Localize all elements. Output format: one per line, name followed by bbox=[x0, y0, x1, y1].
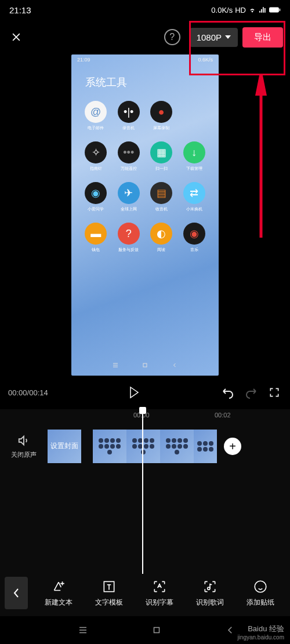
app-icon: ◐ bbox=[150, 223, 172, 245]
export-button[interactable]: 导出 bbox=[242, 27, 283, 48]
fullscreen-icon bbox=[269, 387, 280, 398]
app-label: 小爱同学 bbox=[88, 206, 104, 212]
app-icon: ✧ bbox=[85, 141, 107, 163]
app-item: ◉小爱同学 bbox=[82, 182, 110, 212]
app-item: ⇄小米换机 bbox=[180, 182, 209, 212]
tool-label: 识别歌词 bbox=[196, 598, 224, 607]
app-item: ✧指南针 bbox=[82, 141, 110, 172]
app-icon: ••• bbox=[118, 141, 140, 163]
timeline-section: 00:00 00:02 关闭原声 设置封面 + bbox=[0, 409, 290, 574]
app-label: 服务与反馈 bbox=[118, 247, 139, 253]
app-item: ▬钱包 bbox=[82, 223, 110, 253]
close-button[interactable] bbox=[7, 28, 26, 46]
tool-label: 添加贴纸 bbox=[246, 598, 274, 607]
app-icon: ◉ bbox=[85, 182, 107, 204]
tool-text-template[interactable]: 文字模板 bbox=[95, 579, 123, 607]
tool-label: 新建文本 bbox=[45, 598, 72, 607]
app-icon: •|• bbox=[118, 101, 140, 123]
app-item: ✈全球上网 bbox=[115, 182, 143, 212]
cover-button[interactable]: 设置封面 bbox=[48, 430, 81, 463]
app-label: 扫一扫 bbox=[155, 166, 168, 172]
back-nav-icon[interactable] bbox=[225, 625, 235, 635]
app-item: ▦扫一扫 bbox=[147, 141, 176, 172]
app-grid: @电子邮件•|•录音机●屏幕录制✧指南针•••万能遥控▦扫一扫↓下载管理◉小爱同… bbox=[71, 101, 219, 253]
app-icon: ▬ bbox=[85, 223, 107, 245]
clip-frame[interactable] bbox=[160, 430, 194, 463]
timeline-track[interactable]: 关闭原声 设置封面 + bbox=[0, 423, 290, 470]
play-button[interactable] bbox=[126, 385, 142, 400]
app-item: @电子邮件 bbox=[82, 101, 110, 131]
home-nav-icon[interactable] bbox=[151, 625, 162, 635]
app-item: ?服务与反馈 bbox=[115, 223, 143, 253]
mute-button[interactable]: 关闭原声 bbox=[9, 434, 38, 459]
menu-nav-icon[interactable] bbox=[78, 625, 88, 635]
help-button[interactable]: ? bbox=[164, 29, 180, 45]
redo-icon bbox=[244, 385, 258, 399]
app-icon: ● bbox=[150, 101, 172, 123]
battery-icon bbox=[269, 6, 281, 13]
redo-button[interactable] bbox=[244, 385, 259, 400]
playhead[interactable] bbox=[142, 407, 143, 574]
app-icon: @ bbox=[85, 101, 107, 123]
app-icon: ▤ bbox=[150, 182, 172, 204]
playback-controls: 00:00/00:14 bbox=[0, 376, 290, 409]
app-label: 小米换机 bbox=[186, 206, 202, 212]
clip-frame[interactable] bbox=[126, 430, 160, 463]
svg-rect-3 bbox=[143, 363, 147, 367]
status-time: 21:13 bbox=[9, 5, 31, 15]
tool-label: 识别字幕 bbox=[146, 598, 173, 607]
app-label: 钱包 bbox=[92, 247, 100, 253]
add-clip-button[interactable]: + bbox=[224, 438, 241, 455]
clip-frame[interactable] bbox=[194, 430, 217, 463]
watermark: Baidu 经验 jingyan.baidu.com bbox=[237, 624, 284, 641]
tool-new-text[interactable]: 新建文本 bbox=[45, 579, 72, 607]
app-label: 电子邮件 bbox=[88, 125, 104, 131]
app-label: 收音机 bbox=[155, 206, 168, 212]
play-icon bbox=[129, 386, 139, 399]
app-label: 指南针 bbox=[90, 166, 102, 172]
status-right: 0.0K/s HD bbox=[211, 6, 281, 14]
chevron-left-icon bbox=[13, 588, 20, 598]
undo-icon bbox=[221, 385, 235, 399]
chevron-down-icon bbox=[225, 35, 231, 39]
app-item: ▤收音机 bbox=[147, 182, 176, 212]
undo-button[interactable] bbox=[220, 385, 235, 400]
wifi-icon bbox=[248, 6, 256, 14]
bottom-toolbar: 新建文本文字模板识别字幕识别歌词添加贴纸 bbox=[0, 570, 290, 616]
back-nav-button[interactable] bbox=[5, 577, 28, 609]
app-icon: ↓ bbox=[183, 141, 205, 163]
app-icon: ▦ bbox=[150, 141, 172, 163]
video-preview[interactable]: 21:09 0.6K/s 系统工具 @电子邮件•|•录音机●屏幕录制✧指南针••… bbox=[71, 54, 219, 376]
recognize-lyrics-icon bbox=[202, 579, 217, 594]
tool-add-sticker[interactable]: 添加贴纸 bbox=[246, 579, 274, 607]
editor-header: ? 1080P 导出 bbox=[0, 20, 290, 54]
svg-rect-1 bbox=[280, 9, 281, 12]
annotation-arrow bbox=[249, 75, 273, 243]
tool-recognize-lyrics[interactable]: 识别歌词 bbox=[196, 579, 224, 607]
tool-recognize-subtitle[interactable]: 识别字幕 bbox=[146, 579, 173, 607]
clip-strip[interactable] bbox=[93, 430, 217, 463]
app-item: ●屏幕录制 bbox=[147, 101, 176, 131]
app-item: ◉音乐 bbox=[180, 223, 209, 253]
app-label: 屏幕录制 bbox=[153, 125, 169, 131]
app-label: 阅读 bbox=[157, 247, 165, 253]
app-label: 音乐 bbox=[190, 247, 198, 253]
time-display: 00:00/00:14 bbox=[8, 388, 48, 397]
app-item: •••万能遥控 bbox=[115, 141, 143, 172]
app-label: 录音机 bbox=[122, 125, 135, 131]
signal-icon bbox=[259, 6, 267, 14]
app-item: ↓下载管理 bbox=[180, 141, 209, 172]
app-label: 下载管理 bbox=[186, 166, 202, 172]
svg-rect-7 bbox=[154, 628, 159, 633]
resolution-selector[interactable]: 1080P bbox=[190, 28, 238, 47]
speaker-icon bbox=[17, 434, 30, 447]
app-label: 万能遥控 bbox=[121, 166, 137, 172]
clip-frame[interactable] bbox=[93, 430, 126, 463]
app-item: •|•录音机 bbox=[115, 101, 143, 131]
fullscreen-button[interactable] bbox=[267, 385, 282, 400]
new-text-icon bbox=[51, 579, 66, 594]
app-item: ◐阅读 bbox=[147, 223, 176, 253]
svg-rect-0 bbox=[269, 7, 279, 12]
recognize-subtitle-icon bbox=[152, 579, 167, 594]
preview-title: 系统工具 bbox=[71, 66, 219, 101]
